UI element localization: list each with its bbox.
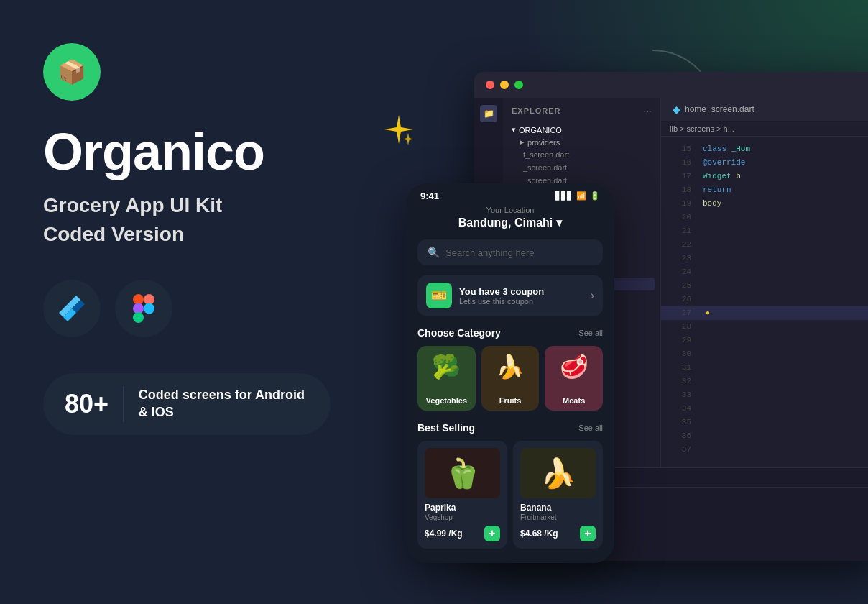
best-selling-see-all[interactable]: See all (578, 424, 603, 432)
code-line-32: 32 (661, 375, 868, 388)
svg-marker-1 (402, 133, 414, 145)
code-line-34: 34 (661, 402, 868, 416)
best-selling-row: 🫑 Paprika Vegshop $4.99 /Kg + 🍌 Banana F… (417, 441, 603, 549)
explorer-header: EXPLORER ··· (503, 98, 660, 124)
coupon-text-wrap: You have 3 coupon Let's use this coupon (459, 286, 583, 306)
phone-time: 9:41 (420, 191, 439, 201)
phone-body: Your Location Bandung, Cimahi ▾ 🔍 Search… (406, 206, 614, 563)
code-line-36: 36 (661, 429, 868, 443)
banana-price-row: $4.68 /Kg + (520, 526, 596, 541)
paprika-image: 🫑 (425, 448, 500, 498)
cta-pill: 80+ Coded screens for Android & IOS (43, 373, 331, 435)
code-line-37: 37 (661, 443, 868, 457)
flutter-icon-circle (43, 280, 101, 337)
location-chevron: ▾ (556, 216, 562, 229)
app-subtitle-line2: Coded Version (43, 221, 366, 247)
signal-icon: ▋▋▋ (555, 191, 573, 201)
code-line-23: 23 (661, 252, 868, 265)
fruit-label: Fruits (481, 396, 540, 405)
tree-file-0[interactable]: t_screen.dart (509, 148, 655, 161)
tab-filename: home_screen.dart (685, 104, 754, 114)
code-line-30: 30 (661, 347, 868, 361)
code-line-33: 33 (661, 388, 868, 402)
explorer-menu-icon[interactable]: ··· (643, 105, 652, 116)
cta-description: Coded screens for Android & IOS (139, 387, 309, 421)
code-line-25: 25 (661, 279, 868, 293)
editor-breadcrumb: lib > screens > h... (661, 122, 868, 137)
code-line-19: 19 body (661, 197, 868, 211)
tree-providers-folder: ▸ providers (509, 136, 655, 148)
traffic-light-red[interactable] (486, 81, 494, 89)
paprika-add-button[interactable]: + (484, 526, 500, 541)
editor-tab[interactable]: ◆ home_screen.dart (661, 98, 868, 122)
banana-image: 🍌 (520, 448, 596, 498)
banana-name: Banana (520, 503, 596, 513)
dart-file-icon: ◆ (673, 104, 680, 115)
tree-file-1[interactable]: _screen.dart (509, 161, 655, 174)
svg-point-10 (144, 303, 154, 314)
app-subtitle-line1: Grocery App UI Kit (43, 193, 366, 219)
category-meats[interactable]: 🥩 Meats (545, 346, 603, 411)
banana-price: $4.68 /Kg (520, 528, 558, 539)
veg-emoji: 🥦 (432, 353, 461, 380)
tree-project-name: ▾ ORGANICO (509, 124, 655, 136)
box-icon: 📦 (57, 58, 86, 86)
breadcrumb-text: lib > screens > h... (670, 124, 734, 133)
wifi-icon: 📶 (576, 191, 586, 201)
coupon-banner[interactable]: 🎫 You have 3 coupon Let's use this coupo… (417, 275, 603, 316)
category-fruits[interactable]: 🍌 Fruits (481, 346, 540, 411)
code-line-24: 24 (661, 265, 868, 279)
code-line-15: 15 class _Hom (661, 142, 868, 156)
product-paprika[interactable]: 🫑 Paprika Vegshop $4.99 /Kg + (417, 441, 507, 549)
logo-circle: 📦 (43, 43, 101, 101)
code-area: 15 class _Hom 16 @override 17 Widget b 1… (661, 137, 868, 462)
paprika-name: Paprika (425, 503, 500, 513)
paprika-price: $4.99 /Kg (425, 528, 463, 539)
coupon-arrow-icon: › (591, 289, 594, 302)
category-vegetables[interactable]: 🥦 Vegetables (417, 346, 476, 411)
app-title: Organico (43, 122, 366, 181)
explorer-title: EXPLORER (512, 106, 561, 115)
product-banana[interactable]: 🍌 Banana Fruitmarket $4.68 /Kg + (513, 441, 603, 549)
sparkle-icon (366, 111, 417, 162)
fruit-emoji: 🍌 (496, 353, 525, 380)
flutter-logo (57, 294, 86, 323)
coupon-icon-box: 🎫 (426, 283, 452, 308)
paprika-price-row: $4.99 /Kg + (425, 526, 500, 541)
screens-count: 80+ (65, 389, 108, 419)
code-line-26: 26 (661, 293, 868, 306)
code-line-29: 29 (661, 334, 868, 347)
figma-icon-circle (115, 280, 172, 337)
explorer-icon[interactable]: 📁 (480, 105, 497, 122)
left-panel: 📦 Organico Grocery App UI Kit Coded Vers… (0, 0, 410, 604)
search-placeholder: Search anything here (445, 247, 535, 258)
figma-logo (133, 294, 154, 323)
code-line-35: 35 (661, 416, 868, 429)
traffic-light-green[interactable] (514, 81, 523, 89)
coupon-subtitle: Let's use this coupon (459, 297, 583, 306)
coupon-title: You have 3 coupon (459, 286, 583, 297)
location-value: Bandung, Cimahi ▾ (417, 216, 603, 229)
meat-label: Meats (545, 396, 603, 405)
banana-add-button[interactable]: + (580, 526, 596, 541)
paprika-shop: Vegshop (425, 513, 500, 521)
battery-icon: 🔋 (590, 191, 600, 201)
code-line-27: 27 ● (661, 306, 868, 320)
phone-status-icons: ▋▋▋ 📶 🔋 (555, 191, 600, 201)
categories-row: 🥦 Vegetables 🍌 Fruits 🥩 Meats (417, 346, 603, 411)
meat-emoji: 🥩 (560, 353, 588, 380)
code-line-18: 18 return (661, 183, 868, 197)
traffic-light-yellow[interactable] (500, 81, 509, 89)
location-label: Your Location (417, 206, 603, 214)
vscode-titlebar (474, 72, 868, 98)
pill-divider (123, 386, 124, 422)
best-selling-section-header: Best Selling See all (417, 422, 603, 434)
code-line-28: 28 (661, 320, 868, 334)
tech-icons (43, 280, 366, 337)
search-bar[interactable]: 🔍 Search anything here (417, 239, 603, 265)
code-line-31: 31 (661, 361, 868, 375)
coupon-icon: 🎫 (431, 288, 447, 303)
code-line-22: 22 (661, 238, 868, 252)
category-see-all[interactable]: See all (578, 329, 603, 337)
code-line-21: 21 (661, 224, 868, 238)
